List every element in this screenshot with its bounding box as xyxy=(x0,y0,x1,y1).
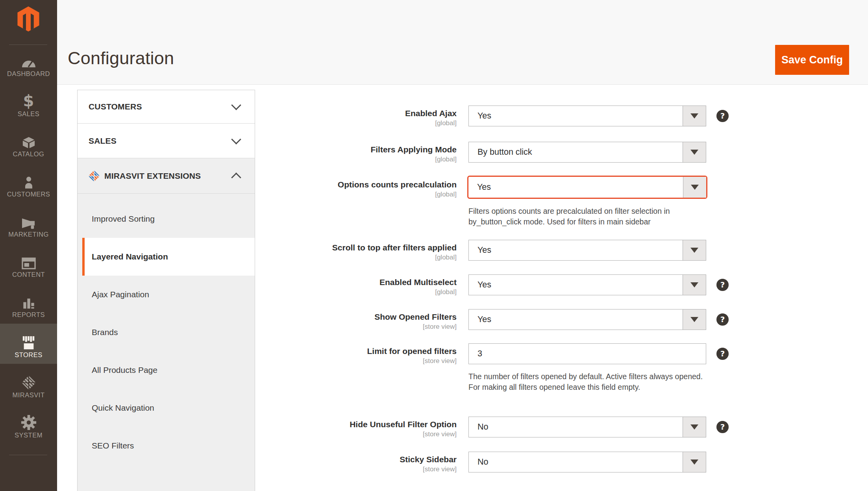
sidebar-item-reports[interactable]: REPORTS xyxy=(0,283,57,324)
sidebar-item-label: CONTENT xyxy=(12,271,45,278)
nav-item-quick-navigation[interactable]: Quick Navigation xyxy=(78,389,255,427)
field-note: The number of filters opened by default.… xyxy=(468,371,705,393)
dropdown-arrow-icon xyxy=(683,417,706,437)
reports-icon xyxy=(21,292,37,310)
magento-logo-icon[interactable] xyxy=(16,6,41,33)
help-icon[interactable]: ? xyxy=(716,421,729,433)
dropdown-arrow-icon xyxy=(683,240,706,260)
admin-sidebar: DASHBOARD $ SALES CATALOG CUSTOMERS xyxy=(0,0,57,491)
magento-admin-configuration-page: DASHBOARD $ SALES CATALOG CUSTOMERS xyxy=(0,0,868,491)
dropdown-arrow-icon xyxy=(683,142,706,162)
config-section-mirasvit-extensions[interactable]: MIRASVIT EXTENSIONS xyxy=(78,158,255,194)
field-row-scroll-to-top: Scroll to top after filters applied [glo… xyxy=(315,240,706,261)
field-label-group: Sticky Sidebar [store view] xyxy=(315,452,457,473)
select-value: Yes xyxy=(468,177,706,198)
config-subsection-list: Improved Sorting Layered Navigation Ajax… xyxy=(78,194,255,465)
field-label-group: Options counts precalculation [global] xyxy=(315,177,457,198)
chevron-down-icon xyxy=(231,134,241,144)
field-row-limit-for-opened-filters: Limit for opened filters [store view] Th… xyxy=(315,343,729,393)
scroll-to-top-select[interactable]: Yes xyxy=(468,240,706,261)
sidebar-item-sales[interactable]: $ SALES xyxy=(0,83,57,123)
dropdown-arrow-icon xyxy=(683,275,706,295)
sidebar-item-dashboard[interactable]: DASHBOARD xyxy=(0,43,57,83)
sidebar-item-label: REPORTS xyxy=(12,311,45,319)
help-icon[interactable]: ? xyxy=(716,110,729,122)
field-label-group: Limit for opened filters [store view] xyxy=(315,343,457,365)
dropdown-arrow-icon xyxy=(683,452,706,472)
filters-applying-mode-select[interactable]: By button click xyxy=(468,142,706,163)
nav-item-layered-navigation[interactable]: Layered Navigation xyxy=(82,238,255,276)
system-icon xyxy=(20,413,37,431)
field-label-group: Hide Unuseful Filter Option [store view] xyxy=(315,417,457,438)
field-scope: [global] xyxy=(435,119,457,127)
mirasvit-icon xyxy=(21,372,37,391)
field-scope: [store view] xyxy=(423,323,457,331)
sidebar-item-marketing[interactable]: MARKETING xyxy=(0,203,57,243)
field-label-group: Scroll to top after filters applied [glo… xyxy=(315,240,457,261)
enabled-ajax-select[interactable]: Yes xyxy=(468,106,706,126)
sticky-sidebar-select[interactable]: No xyxy=(468,452,706,472)
help-icon[interactable]: ? xyxy=(716,313,729,326)
dropdown-arrow-icon xyxy=(683,177,706,198)
field-scope: [store view] xyxy=(423,357,457,365)
field-label: Enabled Multiselect xyxy=(379,277,457,287)
help-icon[interactable]: ? xyxy=(716,348,729,360)
sidebar-item-label: MARKETING xyxy=(8,231,49,238)
field-row-show-opened-filters: Show Opened Filters [store view] Yes ? xyxy=(315,309,729,331)
dropdown-arrow-icon xyxy=(683,309,706,330)
enabled-multiselect-select[interactable]: Yes xyxy=(468,274,706,295)
sidebar-item-catalog[interactable]: CATALOG xyxy=(0,123,57,163)
marketing-icon xyxy=(20,212,37,230)
show-opened-filters-select[interactable]: Yes xyxy=(468,309,706,330)
catalog-icon xyxy=(20,132,37,150)
page-header: Configuration Save Config xyxy=(57,0,868,85)
field-scope: [global] xyxy=(435,156,457,163)
field-row-options-counts-precalculation: Options counts precalculation [global] Y… xyxy=(315,177,706,227)
field-label: Hide Unuseful Filter Option xyxy=(350,419,457,429)
field-row-enabled-ajax: Enabled Ajax [global] Yes ? xyxy=(315,106,729,127)
nav-item-improved-sorting[interactable]: Improved Sorting xyxy=(78,200,255,238)
section-label: SALES xyxy=(89,136,117,146)
field-scope: [global] xyxy=(435,288,457,296)
field-label-group: Enabled Ajax [global] xyxy=(315,106,457,127)
save-config-button[interactable]: Save Config xyxy=(775,45,849,75)
sidebar-item-content[interactable]: CONTENT xyxy=(0,243,57,283)
sidebar-item-system[interactable]: SYSTEM xyxy=(0,404,57,444)
options-counts-precalculation-select[interactable]: Yes xyxy=(467,176,707,199)
customers-icon xyxy=(22,172,36,190)
sidebar-item-label: DASHBOARD xyxy=(7,70,50,78)
sidebar-item-label: MIRASVIT xyxy=(13,391,45,399)
select-value: Yes xyxy=(469,275,706,295)
config-section-customers[interactable]: CUSTOMERS xyxy=(78,90,255,124)
sidebar-item-label: CUSTOMERS xyxy=(7,191,50,198)
field-label: Sticky Sidebar xyxy=(400,454,457,464)
nav-item-seo-filters[interactable]: SEO Filters xyxy=(78,427,255,465)
section-label: CUSTOMERS xyxy=(89,102,142,111)
field-label: Enabled Ajax xyxy=(405,108,457,118)
limit-for-opened-filters-input[interactable] xyxy=(469,344,706,364)
mirasvit-logo-icon xyxy=(88,170,100,182)
sidebar-item-label: CATALOG xyxy=(13,150,44,158)
select-value: By button click xyxy=(469,142,706,162)
section-label: MIRASVIT EXTENSIONS xyxy=(104,171,201,181)
field-label-group: Show Opened Filters [store view] xyxy=(315,309,457,331)
field-row-sticky-sidebar: Sticky Sidebar [store view] No xyxy=(315,452,706,473)
content-icon xyxy=(20,252,37,270)
sidebar-item-mirasvit[interactable]: MIRASVIT xyxy=(0,364,57,404)
field-label: Limit for opened filters xyxy=(367,346,457,356)
config-section-sales[interactable]: SALES xyxy=(78,124,255,158)
sidebar-divider xyxy=(9,455,47,455)
nav-item-ajax-pagination[interactable]: Ajax Pagination xyxy=(78,276,255,313)
sidebar-item-stores[interactable]: STORES xyxy=(0,324,57,364)
hide-unuseful-filter-option-select[interactable]: No xyxy=(468,417,706,437)
sidebar-item-customers[interactable]: CUSTOMERS xyxy=(0,163,57,203)
select-value: No xyxy=(469,417,706,437)
nav-item-brands[interactable]: Brands xyxy=(78,313,255,351)
nav-item-all-products-page[interactable]: All Products Page xyxy=(78,351,255,389)
content-area: CUSTOMERS SALES xyxy=(57,85,868,491)
field-scope: [store view] xyxy=(423,465,457,473)
help-icon[interactable]: ? xyxy=(716,279,729,291)
chevron-down-icon xyxy=(231,100,241,110)
sidebar-item-label: SALES xyxy=(18,110,40,118)
dashboard-icon xyxy=(20,51,37,69)
